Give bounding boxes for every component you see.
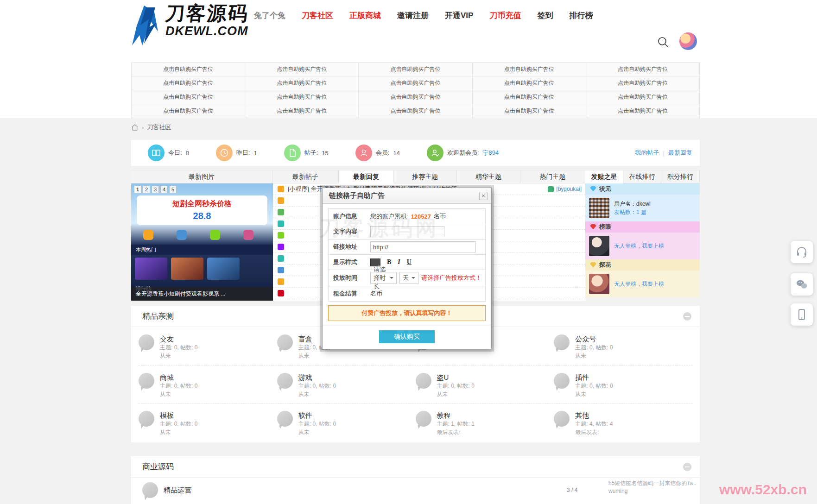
home-icon[interactable] bbox=[131, 124, 139, 131]
ad-slot[interactable]: 点击自助购买广告位 bbox=[132, 63, 245, 76]
latest-replies-link[interactable]: 最新回复 bbox=[668, 149, 692, 157]
post-author-link[interactable]: [bygoukai] bbox=[556, 186, 582, 192]
search-icon[interactable] bbox=[656, 35, 670, 49]
ad-slot[interactable]: 点击自助购买广告位 bbox=[359, 104, 472, 118]
ad-slot[interactable]: 点击自助购买广告位 bbox=[132, 104, 245, 118]
category-item[interactable]: 教程主题: 1, 帖数: 1最后发表: bbox=[416, 403, 554, 441]
claim-rank-link[interactable]: 无人登榜，我要上榜 bbox=[614, 242, 664, 250]
latest-post-title[interactable]: h5短信匿名信源码一封来信你的Ta ... bbox=[608, 479, 697, 487]
image-carousel[interactable]: 1 2 3 4 5 短剧全网秒杀价格 28.8 本周热门 排行榜 全开源香蕉小短… bbox=[131, 183, 273, 301]
tab-post-stars[interactable]: 发贴之星 bbox=[585, 170, 623, 183]
tab-latest-posts[interactable]: 最新帖子 bbox=[272, 170, 339, 183]
italic-button[interactable]: I bbox=[398, 258, 400, 266]
diamond-icon bbox=[590, 186, 596, 192]
nav-item-invite[interactable]: 邀请注册 bbox=[397, 10, 429, 21]
category-item[interactable]: 软件主题: 0, 帖数: 0从未 bbox=[277, 403, 416, 441]
board-name: 精品运营 bbox=[164, 486, 191, 495]
tab-essence[interactable]: 精华主题 bbox=[457, 170, 520, 183]
modal-warning: 付费广告投放，请认真填写内容！ bbox=[328, 305, 486, 321]
ad-slot[interactable]: 点击自助购买广告位 bbox=[586, 63, 700, 76]
ad-slot[interactable]: 点击自助购买广告位 bbox=[586, 90, 700, 104]
ad-slot[interactable]: 点击自助购买广告位 bbox=[586, 76, 700, 90]
forum-bubble-icon bbox=[139, 411, 154, 427]
site-logo[interactable]: 刀客源码 DKEWL.COM bbox=[130, 3, 249, 47]
ad-slot[interactable]: 点击自助购买广告位 bbox=[245, 76, 359, 90]
nav-item-checkin[interactable]: 签到 bbox=[537, 10, 553, 21]
category-row: 模板主题: 0, 帖数: 0从未 软件主题: 0, 帖数: 0从未 教程主题: … bbox=[139, 403, 692, 441]
ad-slot[interactable]: 点击自助购买广告位 bbox=[132, 90, 245, 104]
confirm-purchase-button[interactable]: 确认购买 bbox=[379, 330, 435, 343]
category-item[interactable]: 公众号主题: 0, 帖数: 0从未 bbox=[554, 327, 692, 365]
collapse-icon[interactable] bbox=[683, 312, 691, 321]
category-item[interactable]: 插件主题: 0, 帖数: 0从未 bbox=[554, 365, 692, 403]
nav-item-recharge[interactable]: 刀币充值 bbox=[489, 10, 521, 21]
ad-slot[interactable]: 点击自助购买广告位 bbox=[473, 63, 586, 76]
board-item[interactable]: 精品运营 bbox=[142, 482, 191, 498]
carousel-page-button[interactable]: 2 bbox=[143, 186, 150, 193]
close-icon[interactable]: × bbox=[479, 192, 488, 200]
bold-button[interactable]: B bbox=[387, 258, 391, 266]
category-item[interactable]: 游戏主题: 0, 帖数: 0从未 bbox=[277, 365, 416, 403]
wechat-icon bbox=[796, 278, 808, 290]
tab-recommended[interactable]: 推荐主题 bbox=[394, 170, 457, 183]
tab-points-ranking[interactable]: 积分排行 bbox=[661, 170, 700, 183]
author-badge-icon bbox=[548, 186, 554, 192]
customer-service-button[interactable] bbox=[791, 241, 813, 263]
ad-url-input[interactable] bbox=[370, 241, 476, 252]
category-item[interactable]: 交友主题: 0, 帖数: 0从未 bbox=[139, 327, 277, 365]
claim-rank-link[interactable]: 无人登榜，我要上榜 bbox=[614, 280, 664, 288]
nav-item-ranking[interactable]: 排行榜 bbox=[569, 10, 593, 21]
ad-text-input[interactable] bbox=[370, 226, 444, 237]
section-title: 商业源码 bbox=[142, 461, 174, 472]
latest-post-author[interactable]: wuming bbox=[608, 487, 697, 495]
nav-item-shop[interactable]: 正版商城 bbox=[349, 10, 381, 21]
carousel-page-button[interactable]: 3 bbox=[152, 186, 159, 193]
tab-latest-images[interactable]: 最新图片 bbox=[131, 170, 272, 183]
new-member-link[interactable]: 宁894 bbox=[483, 149, 499, 157]
carousel-page-button[interactable]: 5 bbox=[169, 186, 177, 193]
rank-avatar[interactable] bbox=[589, 274, 609, 294]
mobile-button[interactable] bbox=[791, 303, 813, 326]
breadcrumb-current[interactable]: 刀客社区 bbox=[147, 123, 171, 132]
carousel-page-button[interactable]: 4 bbox=[160, 186, 168, 193]
ad-slot[interactable]: 点击自助购买广告位 bbox=[473, 104, 586, 118]
category-item[interactable]: 其他主题: 4, 帖数: 4最后发表: bbox=[554, 403, 692, 441]
category-item[interactable]: 模板主题: 0, 帖数: 0从未 bbox=[139, 403, 277, 441]
duration-select[interactable]: 请选择时长 bbox=[370, 272, 397, 284]
ad-slot[interactable]: 点击自助购买广告位 bbox=[245, 104, 359, 118]
my-posts-link[interactable]: 我的帖子 bbox=[635, 149, 659, 157]
nav-item-community[interactable]: 刀客社区 bbox=[302, 10, 333, 21]
tab-hot[interactable]: 热门主题 bbox=[520, 170, 585, 183]
color-picker[interactable] bbox=[370, 258, 380, 266]
tab-latest-replies[interactable]: 最新回复 bbox=[339, 170, 394, 183]
underline-button[interactable]: U bbox=[407, 258, 412, 266]
wechat-button[interactable] bbox=[791, 273, 813, 296]
ad-slot[interactable]: 点击自助购买广告位 bbox=[359, 63, 472, 76]
ad-slot[interactable]: 点击自助购买广告位 bbox=[359, 76, 472, 90]
chevron-down-icon bbox=[412, 277, 415, 281]
site-header: 刀客源码 DKEWL.COM 兔了个兔 刀客社区 正版商城 邀请注册 开通VIP… bbox=[0, 0, 817, 58]
stat-value: 1 bbox=[253, 150, 257, 157]
carousel-caption[interactable]: 全开源香蕉小短剧付费观看影视系 ... bbox=[131, 287, 273, 301]
user-avatar[interactable] bbox=[679, 32, 697, 50]
ad-slot[interactable]: 点击自助购买广告位 bbox=[586, 104, 700, 118]
clock-icon bbox=[216, 145, 233, 161]
unit-select[interactable]: 天 bbox=[399, 272, 418, 284]
forum-bubble-icon bbox=[277, 373, 293, 389]
rank-username[interactable]: 用户名：dkewl bbox=[614, 200, 651, 208]
nav-item-vip[interactable]: 开通VIP bbox=[445, 10, 473, 21]
collapse-icon[interactable] bbox=[683, 463, 691, 471]
carousel-page-button[interactable]: 1 bbox=[134, 186, 141, 193]
category-item[interactable]: 商城主题: 0, 帖数: 0从未 bbox=[139, 365, 277, 403]
ad-slot[interactable]: 点击自助购买广告位 bbox=[245, 63, 359, 76]
user-avatar[interactable] bbox=[589, 198, 609, 218]
ad-slot[interactable]: 点击自助购买广告位 bbox=[245, 90, 359, 104]
ad-slot[interactable]: 点击自助购买广告位 bbox=[473, 90, 586, 104]
nav-item-rabbit[interactable]: 兔了个兔 bbox=[254, 10, 285, 21]
category-item[interactable]: 盗U主题: 0, 帖数: 0从未 bbox=[416, 365, 554, 403]
ad-slot[interactable]: 点击自助购买广告位 bbox=[473, 76, 586, 90]
rank-avatar[interactable] bbox=[589, 236, 609, 256]
ad-slot[interactable]: 点击自助购买广告位 bbox=[359, 90, 472, 104]
ad-slot[interactable]: 点击自助购买广告位 bbox=[132, 76, 245, 90]
tab-online-ranking[interactable]: 在线排行 bbox=[623, 170, 661, 183]
